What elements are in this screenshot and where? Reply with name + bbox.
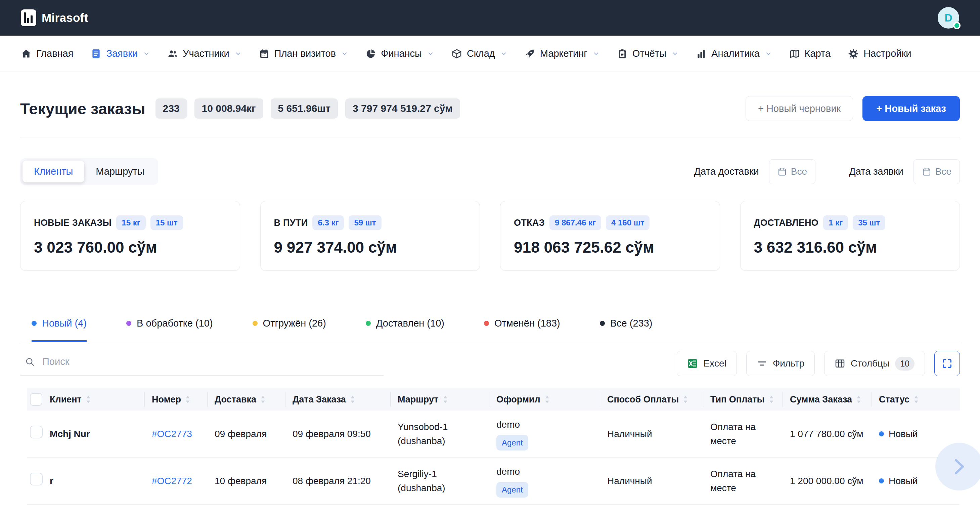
table-row[interactable]: Mchj Nur #OC2773 09 февраля 09 февраля 0… [27,411,960,457]
user-avatar[interactable]: D [938,7,959,29]
column-header[interactable]: Маршрут [390,388,489,411]
column-header[interactable]: Номер [145,388,207,411]
delivery-date-cell: 09 февраля [207,427,285,441]
status-dot-icon [879,478,884,483]
fullscreen-button[interactable] [934,351,960,376]
page-title: Текущие заказы [20,99,145,118]
view-switcher: Клиенты Маршруты [20,158,158,185]
excel-label: Excel [703,358,726,369]
nav-label: Настройки [864,48,911,59]
sort-icon[interactable] [185,395,191,404]
sort-icon[interactable] [913,395,919,404]
search-input[interactable] [42,356,383,367]
summary-card-header: ОТКАЗ 9 867.46 кг 4 160 шт [514,215,706,230]
summary-card: В ПУТИ 6.3 кг 59 шт 9 927 374.00 сўм [260,201,480,271]
nav-item-visit-plan[interactable]: План визитов [259,48,348,59]
status-dot-icon [366,321,371,326]
row-select-cell [27,425,42,443]
status-dot-icon [600,321,605,326]
status-tab[interactable]: Новый (4) [32,318,87,342]
order-number-link[interactable]: #OC2772 [145,474,207,488]
users-icon [167,48,178,59]
nav-label: Отчёты [632,48,666,59]
request-date-button[interactable]: Все [913,159,960,184]
calendar-icon [778,167,787,176]
nav-item-analytics[interactable]: Аналитика [696,48,772,59]
fullscreen-icon [941,358,953,369]
gear-icon [848,48,859,59]
sort-icon[interactable] [856,395,861,404]
delivery-date-button[interactable]: Все [769,159,815,184]
column-header[interactable]: Доставка [207,388,285,411]
summary-card-amount: 9 927 374.00 сўм [274,238,466,256]
view-tab[interactable]: Клиенты [22,161,84,182]
nav-label: Участники [183,48,229,59]
nav-item-orders[interactable]: Заявки [91,48,150,59]
select-all-checkbox[interactable] [30,393,42,406]
status-tab[interactable]: Отгружён (26) [253,318,326,342]
home-icon [21,48,32,59]
client-cell: r [42,474,145,488]
excel-export-button[interactable]: Excel [677,351,737,376]
sort-icon[interactable] [683,395,688,404]
chevron-down-icon [765,50,772,57]
status-tab[interactable]: Отменён (183) [484,318,560,342]
columns-button[interactable]: Столбцы 10 [824,351,925,376]
column-header-label: Способ Оплаты [607,394,679,405]
nav-label: Склад [467,48,495,59]
table-header: Клиент Номер Доставка Дата Заказа [27,388,960,411]
row-checkbox[interactable] [30,425,43,438]
nav-item-home[interactable]: Главная [21,48,73,59]
qty-pill: 59 шт [348,215,381,230]
manager-cell: demo Agent [489,417,600,451]
summary-card-amount: 3 632 316.60 сўм [754,238,947,256]
sort-icon[interactable] [86,395,91,404]
nav-label: Маркетинг [540,48,587,59]
column-header[interactable]: Сумма Заказа [783,388,872,411]
column-header[interactable]: Способ Оплаты [600,388,703,411]
status-tab[interactable]: В обработке (10) [126,318,213,342]
table-scroll-right-button[interactable] [935,443,980,491]
date-filters: Дата доставки Все Дата заявки Все [694,159,960,184]
order-number-link[interactable]: #OC2773 [145,427,207,441]
column-header[interactable]: Дата Заказа [285,388,390,411]
rocket-icon [525,48,535,59]
summary-badge: 233 [156,99,187,119]
route-day: (dushanba) [398,481,489,495]
sort-icon[interactable] [544,395,550,404]
status-tab[interactable]: Доставлен (10) [366,318,444,342]
column-header[interactable]: Клиент [42,388,145,411]
route-name: Yunsobod-1 [398,420,489,434]
sort-icon[interactable] [769,395,774,404]
nav-item-reports[interactable]: Отчёты [617,48,678,59]
status-tab[interactable]: Все (233) [600,318,652,342]
sort-icon[interactable] [260,395,266,404]
header-divider [20,137,960,137]
main-nav: Главная Заявки Участники План визитов Фи… [0,36,980,72]
row-select-cell [27,473,42,489]
payment-method-cell: Наличный [600,474,703,488]
new-order-button[interactable]: + Новый заказ [862,96,960,121]
column-header[interactable]: Тип Оплаты [703,388,783,411]
view-tab[interactable]: Маршруты [84,161,156,182]
nav-item-members[interactable]: Участники [167,48,242,59]
nav-item-map[interactable]: Карта [789,48,831,59]
brand: Mirasoft [21,10,88,26]
status-label: Новый [889,427,918,441]
summary-card-title: В ПУТИ [274,218,308,228]
sort-icon[interactable] [350,395,355,404]
new-draft-button[interactable]: + Новый черновик [746,96,853,121]
status-label: Новый [889,474,918,488]
filter-button[interactable]: Фильтр [746,351,815,376]
table-row[interactable]: r #OC2772 10 февраля 08 февраля 21:20 Se… [27,457,960,505]
nav-item-marketing[interactable]: Маркетинг [525,48,600,59]
nav-item-finance[interactable]: Финансы [365,48,434,59]
nav-item-warehouse[interactable]: Склад [451,48,507,59]
sort-icon[interactable] [443,395,448,404]
column-header[interactable]: Оформил [489,388,600,411]
nav-item-settings[interactable]: Настройки [848,48,911,59]
column-header[interactable]: Статус [872,388,960,411]
payment-type-cell: Оплата на месте [703,420,783,448]
row-checkbox[interactable] [30,473,43,486]
filters-row: Клиенты Маршруты Дата доставки Все Дата … [20,158,960,185]
